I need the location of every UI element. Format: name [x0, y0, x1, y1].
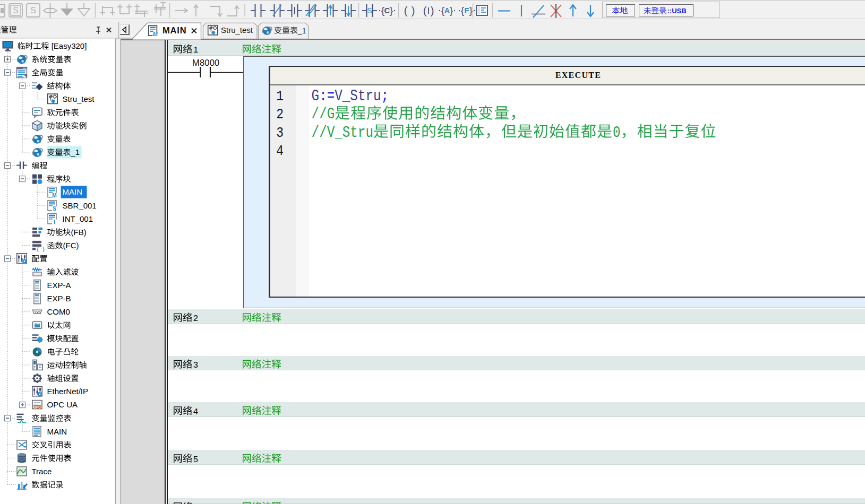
svg-text:G: G — [312, 87, 320, 105]
svg-text:F: F — [464, 6, 469, 15]
svg-text:;: ; — [381, 87, 389, 105]
svg-text:Stru_test: Stru_test — [63, 94, 95, 103]
svg-text:S: S — [367, 6, 372, 15]
svg-text:(: ( — [423, 5, 427, 16]
svg-text:C: C — [384, 6, 390, 15]
svg-text:1: 1 — [193, 45, 199, 55]
svg-text:MAIN: MAIN — [47, 427, 67, 436]
svg-text::=: := — [319, 87, 335, 105]
svg-text:(FC): (FC) — [63, 241, 79, 250]
svg-text:M8000: M8000 — [192, 58, 219, 67]
svg-text:V_Stru: V_Stru — [335, 87, 381, 105]
svg-text:(FB): (FB) — [71, 228, 87, 237]
svg-text:EXP-A: EXP-A — [47, 281, 71, 290]
svg-text:MAIN: MAIN — [162, 25, 186, 35]
svg-text:MAIN: MAIN — [63, 187, 83, 196]
svg-text:COM0: COM0 — [47, 307, 70, 316]
svg-text:I: I — [54, 219, 55, 225]
svg-text:( ): ( ) — [37, 247, 45, 253]
svg-text:}: } — [450, 5, 453, 16]
svg-text:M: M — [52, 193, 56, 198]
svg-text:S: S — [30, 6, 36, 15]
svg-text:S: S — [13, 6, 19, 15]
svg-text:SBR_001: SBR_001 — [63, 201, 97, 210]
svg-text:_1: _1 — [297, 27, 306, 35]
svg-text:[Easy320]: [Easy320] — [49, 41, 87, 50]
svg-text:3: 3 — [193, 360, 199, 370]
svg-text:): ) — [412, 5, 415, 16]
svg-text:): ) — [431, 5, 434, 16]
svg-text:2: 2 — [276, 106, 284, 123]
svg-text:2: 2 — [193, 314, 199, 324]
svg-text:Stru_test: Stru_test — [221, 25, 253, 34]
svg-text:A: A — [444, 6, 450, 15]
svg-text:1: 1 — [276, 88, 284, 105]
svg-text:4: 4 — [193, 407, 199, 417]
svg-text:0: 0 — [613, 124, 621, 142]
svg-text:4: 4 — [276, 143, 284, 160]
svg-text://V_Stru: //V_Stru — [312, 124, 373, 142]
svg-text:EXECUTE: EXECUTE — [555, 71, 601, 80]
svg-text:5: 5 — [193, 455, 199, 465]
svg-text:OPC: OPC — [33, 405, 41, 409]
svg-text:}: } — [390, 5, 393, 16]
svg-text:INT_001: INT_001 — [63, 214, 93, 223]
svg-text:3: 3 — [276, 125, 284, 142]
svg-text:M: M — [153, 31, 158, 37]
svg-text:S: S — [53, 206, 56, 212]
svg-text:::USB: ::USB — [667, 7, 687, 15]
svg-text:Trace: Trace — [32, 467, 52, 476]
svg-text:(: ( — [404, 5, 408, 16]
svg-text:EXP-B: EXP-B — [47, 294, 71, 303]
svg-text:_1: _1 — [71, 147, 80, 157]
svg-text:}: } — [469, 5, 473, 16]
svg-text:OPC UA: OPC UA — [47, 400, 78, 409]
svg-text:EtherNet/IP: EtherNet/IP — [47, 387, 89, 396]
svg-text://G: //G — [312, 105, 335, 123]
